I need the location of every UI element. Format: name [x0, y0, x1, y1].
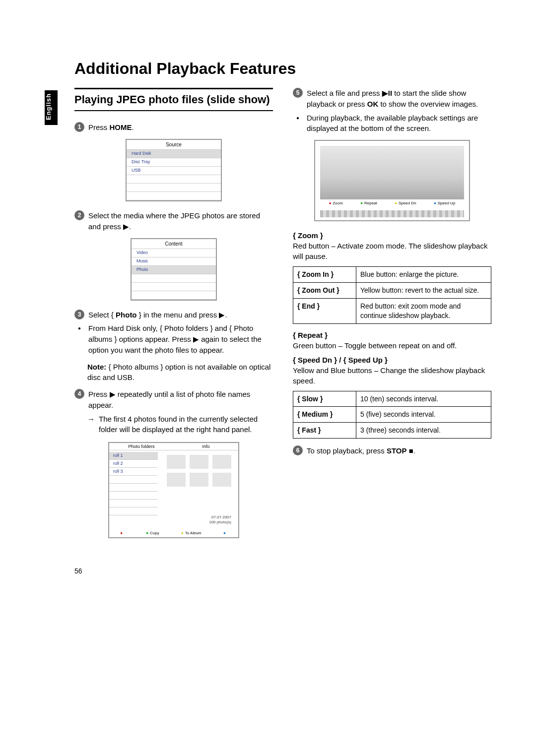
language-tab: English — [45, 90, 58, 125]
playback-bar-zoom: Zoom — [329, 201, 343, 205]
step-3-text-b: } in the menu and press ▶. — [137, 311, 227, 319]
zoom-heading: { Zoom } — [293, 231, 491, 240]
step-4: 4 Press ▶ repeatedly until a list of pho… — [74, 389, 273, 411]
repeat-desc: Green button – Toggle between repeat on … — [293, 340, 491, 351]
step-5: 5 Select a file and press ▶II to start t… — [293, 88, 491, 110]
step-1-bold: HOME — [110, 123, 132, 131]
photo-browser-head-right: Info — [174, 443, 238, 450]
step-3-text-a: Select { — [88, 311, 116, 319]
step-6: 6 To stop playback, press STOP ■. — [293, 445, 491, 456]
photo-browser-head-left: Photo folders — [109, 443, 174, 450]
playback-preview: Zoom Repeat Speed Dn Speed Up — [314, 140, 470, 221]
playback-bar-speeddn: Speed Dn — [395, 201, 416, 205]
step-1-text-a: Press — [88, 123, 110, 131]
step-5-bullet-text: During playback, the available playback … — [307, 113, 491, 134]
step-3-note: Note: { Photo albums } option is not ava… — [87, 362, 273, 383]
legend-red — [120, 531, 124, 535]
speed-row-label: { Slow } — [297, 395, 323, 403]
step-2-text: Select the media where the JPEG photos a… — [88, 210, 273, 232]
step-3: 3 Select { Photo } in the menu and press… — [74, 310, 273, 320]
repeat-heading: { Repeat } — [293, 331, 491, 339]
source-menu-item: USB — [127, 167, 221, 175]
step-6-bold: STOP — [387, 446, 407, 455]
speed-row-label: { Fast } — [297, 426, 321, 434]
step-3-bold: Photo — [116, 311, 137, 319]
section-heading-text: Playing JPEG photo files (slide show) — [74, 93, 273, 106]
step-3-note-rest: { Photo albums } option is not available… — [87, 363, 270, 382]
source-menu-item: Hard Disk — [127, 150, 221, 158]
step-4-text: Press ▶ repeatedly until a list of photo… — [88, 389, 273, 411]
content-menu-item: Photo — [132, 266, 216, 274]
step-5-bold2: OK — [367, 100, 379, 108]
step-3-bullet: From Hard Disk only, { Photo folders } a… — [74, 323, 273, 355]
photo-date: 07.07.2007 — [209, 515, 231, 520]
step-5-text-c: to show the overview images. — [378, 100, 478, 108]
step-number-5: 5 — [293, 88, 303, 98]
zoom-row-desc: Blue button: enlarge the picture. — [356, 267, 491, 283]
step-6-text-a: To stop playback, press — [307, 446, 387, 455]
speed-row-desc: 5 (five) seconds interval. — [356, 407, 491, 423]
source-menu-item: Disc Tray — [127, 158, 221, 167]
step-number-3: 3 — [74, 310, 84, 319]
photo-browser: Photo folders Info roll 1 roll 2 roll 3 — [108, 442, 239, 538]
zoom-table: { Zoom In }Blue button: enlarge the pict… — [293, 266, 491, 324]
photo-count: 100 photo(s) — [209, 520, 231, 525]
step-3-note-bold: Note: — [87, 363, 106, 371]
speed-row-desc: 3 (three) seconds interval. — [356, 423, 491, 439]
legend-blue — [223, 531, 227, 535]
step-3-bullet-text: From Hard Disk only, { Photo folders } a… — [88, 323, 273, 355]
zoom-row-desc: Red button: exit zoom mode and continue … — [356, 298, 491, 323]
step-number-1: 1 — [74, 122, 84, 132]
page-number: 56 — [45, 567, 491, 575]
step-1: 1 Press HOME. — [74, 122, 273, 133]
content-menu-title: Content — [132, 239, 216, 249]
step-4-arrow-text: The first 4 photos found in the currentl… — [99, 414, 273, 436]
legend-yellow: To Album — [181, 531, 201, 535]
speed-table: { Slow }10 (ten) seconds interval. { Med… — [293, 391, 491, 439]
speed-row-label: { Medium } — [297, 410, 333, 418]
step-number-4: 4 — [74, 389, 84, 399]
source-menu-title: Source — [127, 140, 221, 150]
legend-green: Copy — [146, 531, 159, 535]
step-2: 2 Select the media where the JPEG photos… — [74, 210, 273, 232]
zoom-desc: Red button – Activate zoom mode. The sli… — [293, 241, 491, 261]
roll-item: roll 1 — [109, 452, 158, 460]
playback-bar-repeat: Repeat — [360, 201, 377, 205]
step-6-text-b: ■. — [407, 446, 415, 455]
speed-desc: Yellow and Blue buttons – Change the sli… — [293, 365, 491, 386]
step-5-bold1: ▶II — [382, 89, 392, 97]
zoom-row-label: { End } — [297, 302, 320, 310]
step-4-arrow-note: The first 4 photos found in the currentl… — [87, 414, 273, 436]
step-number-6: 6 — [293, 445, 303, 455]
section-heading: Playing JPEG photo files (slide show) — [74, 88, 273, 111]
step-number-2: 2 — [74, 210, 84, 220]
photo-thumbnails — [167, 455, 231, 487]
step-1-text-b: . — [132, 123, 134, 131]
speed-row-desc: 10 (ten) seconds interval. — [356, 391, 491, 407]
source-menu: Source Hard Disk Disc Tray USB — [126, 139, 222, 201]
content-menu: Content Video Music Photo — [131, 238, 217, 301]
zoom-row-label: { Zoom Out } — [297, 286, 339, 294]
zoom-row-desc: Yellow button: revert to the actual size… — [356, 282, 491, 298]
zoom-row-label: { Zoom In } — [297, 270, 334, 278]
speed-heading: { Speed Dn } / { Speed Up } — [293, 356, 491, 364]
page-title: Additional Playback Features — [45, 60, 491, 78]
playback-bar-speedup: Speed Up — [434, 201, 455, 205]
content-menu-item: Music — [132, 257, 216, 266]
content-menu-item: Video — [132, 249, 216, 257]
step-5-text-a: Select a file and press — [307, 89, 382, 97]
roll-item: roll 3 — [109, 468, 158, 476]
step-5-bullet: During playback, the available playback … — [293, 113, 491, 134]
roll-item: roll 2 — [109, 460, 158, 468]
